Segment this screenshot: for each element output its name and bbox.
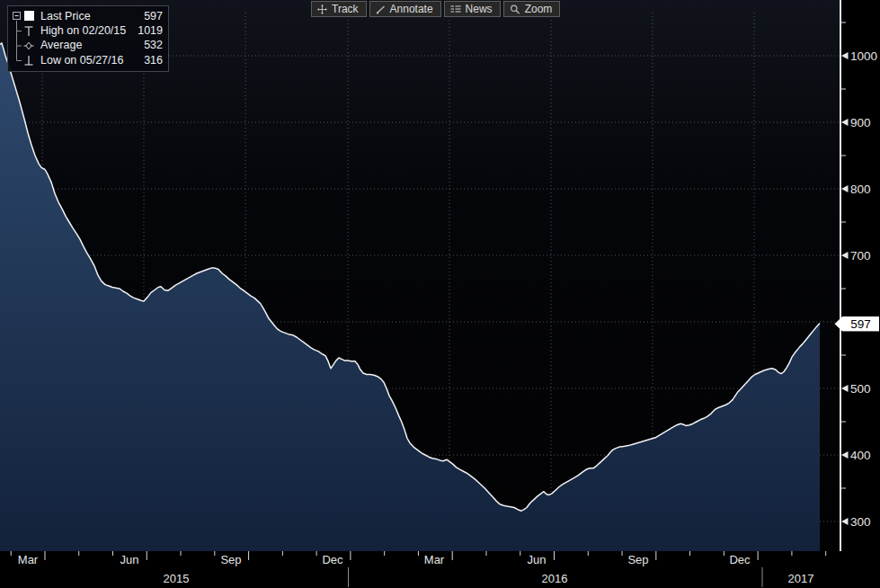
- svg-text:300: 300: [850, 515, 871, 529]
- last-price-label: 597: [835, 316, 880, 331]
- news-button-label: News: [466, 2, 493, 16]
- legend-label: Low on 05/27/16: [40, 54, 123, 67]
- legend-label: Average: [40, 39, 82, 51]
- svg-text:500: 500: [850, 382, 871, 396]
- svg-text:597: 597: [850, 317, 871, 331]
- news-button[interactable]: News: [444, 1, 501, 17]
- svg-text:700: 700: [850, 249, 871, 263]
- svg-text:1000: 1000: [850, 49, 877, 63]
- svg-text:2015: 2015: [164, 572, 190, 585]
- svg-text:Dec: Dec: [322, 553, 343, 566]
- legend-value: 316: [144, 54, 163, 67]
- svg-text:Mar: Mar: [424, 553, 445, 566]
- news-list-icon: [450, 4, 461, 14]
- legend-row-high[interactable]: High on 02/20/15 1019: [40, 23, 163, 38]
- series-legend: Last Price 597 High on 02/20/15 1019 Ave…: [7, 5, 169, 72]
- svg-text:Jun: Jun: [120, 553, 139, 566]
- svg-text:Jun: Jun: [528, 553, 547, 566]
- legend-marker-gutter: [12, 9, 39, 68]
- legend-row-low[interactable]: Low on 05/27/16 316: [40, 53, 163, 67]
- track-crosshair-icon: [317, 4, 327, 14]
- legend-row-average[interactable]: Average 532: [40, 38, 163, 52]
- high-marker-icon: [25, 27, 33, 36]
- svg-text:900: 900: [850, 116, 871, 129]
- zoom-magnifier-icon: [510, 4, 520, 14]
- svg-text:Sep: Sep: [220, 553, 241, 566]
- annotate-button-label: Annotate: [390, 2, 433, 16]
- svg-text:800: 800: [850, 183, 871, 196]
- expander-icon[interactable]: [13, 13, 21, 20]
- legend-row-last-price[interactable]: Last Price 597: [40, 9, 163, 23]
- zoom-button-label: Zoom: [525, 2, 553, 16]
- annotate-pencil-icon: [376, 4, 386, 14]
- chart-toolbar: Track Annotate News: [311, 1, 560, 17]
- track-button[interactable]: Track: [311, 1, 367, 17]
- legend-label: High on 02/20/15: [40, 24, 126, 37]
- svg-text:400: 400: [850, 449, 871, 462]
- svg-text:Dec: Dec: [729, 553, 751, 566]
- svg-text:2017: 2017: [788, 572, 814, 585]
- track-button-label: Track: [332, 2, 359, 16]
- legend-value: 1019: [138, 24, 163, 37]
- price-chart-canvas[interactable]: 3004005007008009001000MarJunSepDecMarJun…: [0, 0, 880, 588]
- annotate-button[interactable]: Annotate: [369, 1, 441, 17]
- svg-text:Sep: Sep: [627, 553, 648, 566]
- svg-text:Mar: Mar: [18, 553, 39, 566]
- legend-value: 532: [144, 39, 163, 51]
- legend-label: Last Price: [40, 10, 91, 22]
- chart-window: 3004005007008009001000MarJunSepDecMarJun…: [0, 0, 880, 588]
- legend-value: 597: [144, 10, 163, 22]
- low-marker-icon: [25, 56, 33, 65]
- series-swatch[interactable]: [24, 11, 34, 21]
- zoom-button[interactable]: Zoom: [503, 1, 561, 17]
- svg-text:2016: 2016: [542, 572, 568, 585]
- legend-tree-lines: [17, 21, 22, 61]
- average-marker-icon: [24, 42, 34, 49]
